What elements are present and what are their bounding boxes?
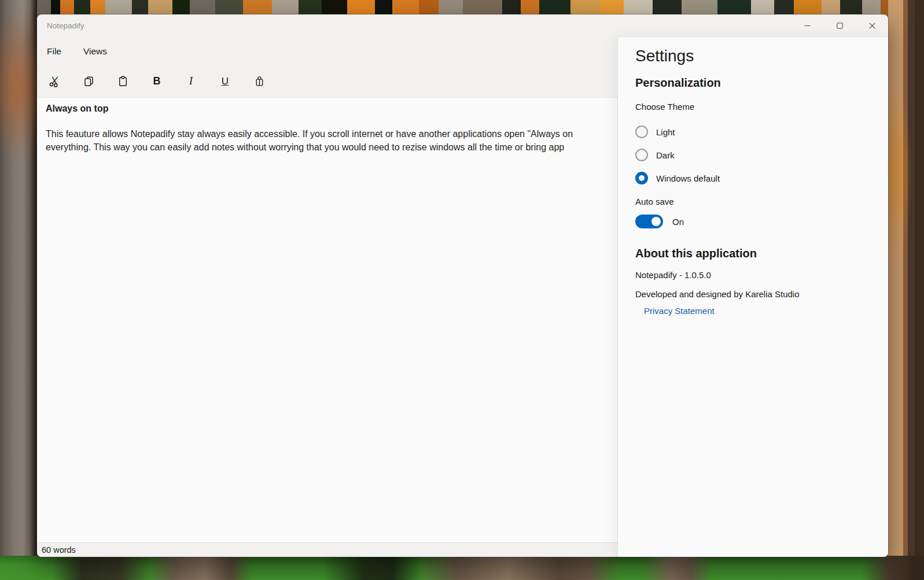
close-icon — [869, 23, 875, 29]
copy-icon — [83, 75, 95, 87]
italic-button[interactable]: I — [179, 70, 203, 93]
settings-panel: Settings Personalization Choose Theme Li… — [617, 36, 888, 557]
theme-radio-group: Light Dark Windows default — [635, 120, 872, 190]
menu-views[interactable]: Views — [83, 46, 107, 57]
radio-icon — [635, 125, 648, 138]
maximize-button[interactable] — [823, 14, 856, 36]
wallpaper-trunk-base — [324, 556, 422, 580]
settings-title: Settings — [635, 45, 872, 67]
theme-option-light[interactable]: Light — [635, 120, 872, 143]
maximize-icon — [837, 23, 843, 29]
about-heading: About this application — [635, 245, 872, 262]
cut-button[interactable] — [43, 70, 66, 93]
paste-button[interactable] — [111, 70, 134, 93]
bag-button[interactable] — [248, 70, 271, 93]
auto-save-toggle-row: On — [635, 213, 872, 230]
menu-file[interactable]: File — [47, 46, 61, 57]
wallpaper-trunk-base — [417, 556, 619, 580]
bold-button[interactable]: B — [145, 70, 168, 93]
menubar: File Views — [37, 38, 604, 65]
auto-save-label: Auto save — [635, 195, 872, 208]
theme-option-windows-default[interactable]: Windows default — [635, 167, 872, 190]
underline-button[interactable]: U — [213, 70, 237, 93]
copy-button[interactable] — [77, 70, 100, 93]
wallpaper-trunk-base — [862, 556, 924, 580]
personalization-heading: Personalization — [635, 74, 872, 91]
theme-option-dark[interactable]: Dark — [635, 143, 872, 167]
toggle-knob-icon — [651, 217, 661, 226]
italic-icon: I — [189, 75, 193, 87]
minimize-icon — [804, 23, 811, 29]
wallpaper-trunk-base — [642, 556, 712, 580]
theme-option-label: Windows default — [656, 173, 720, 183]
auto-save-toggle[interactable] — [635, 215, 663, 228]
radio-icon — [635, 149, 648, 161]
toolbar: B I U — [37, 65, 604, 97]
about-version: Notepadify - 1.0.5.0 — [635, 269, 872, 282]
paste-icon — [117, 75, 129, 87]
wallpaper-tree-trunk-left — [0, 0, 37, 557]
cut-icon — [49, 75, 61, 87]
wallpaper-tree-trunk-right — [888, 0, 924, 557]
privacy-statement-link[interactable]: Privacy Statement — [644, 305, 715, 317]
window-title: Notepadify — [47, 21, 84, 30]
wallpaper-trunk-base — [52, 556, 150, 580]
minimize-button[interactable] — [791, 14, 823, 36]
word-count: 60 words — [42, 545, 76, 555]
about-developer: Developed and designed by Karelia Studio — [635, 288, 872, 301]
choose-theme-label: Choose Theme — [635, 101, 872, 113]
caption-buttons — [791, 14, 888, 36]
app-window: Notepadify File Views — [37, 14, 888, 557]
theme-option-label: Light — [656, 127, 675, 137]
bag-icon — [253, 75, 266, 87]
bold-icon: B — [153, 75, 161, 87]
radio-selected-icon — [635, 172, 648, 184]
titlebar[interactable]: Notepadify — [37, 14, 888, 36]
close-button[interactable] — [856, 14, 888, 36]
auto-save-state: On — [672, 217, 684, 227]
wallpaper-grass — [0, 556, 924, 580]
wallpaper-trunk-base — [148, 556, 252, 580]
theme-option-label: Dark — [656, 150, 675, 160]
underline-icon: U — [222, 76, 229, 87]
